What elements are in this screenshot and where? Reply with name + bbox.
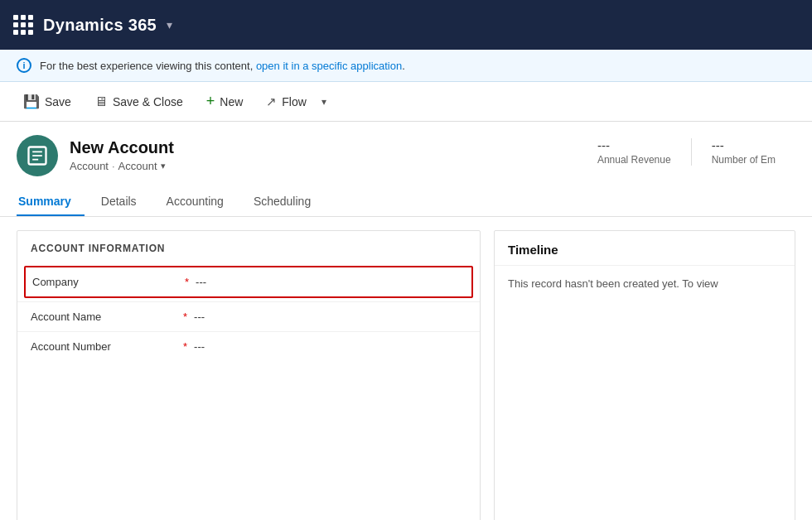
company-field-value: --- [196, 276, 206, 288]
new-button-label: New [220, 95, 243, 108]
flow-icon: ↗ [266, 94, 277, 109]
record-header: New Account Account · Account ▾ --- Annu… [0, 122, 812, 217]
flow-chevron-button[interactable]: ▾ [317, 91, 331, 113]
flow-group: ↗ Flow ▾ [256, 89, 331, 114]
annual-revenue-value: --- [597, 138, 671, 152]
breadcrumb-account2: Account [118, 160, 157, 172]
company-required-marker: * [185, 276, 189, 288]
record-stats: --- Annual Revenue --- Number of Em [578, 135, 795, 166]
info-banner-link[interactable]: open it in a specific application [256, 60, 402, 72]
record-breadcrumb: Account · Account ▾ [70, 160, 174, 172]
save-button-label: Save [45, 95, 71, 108]
topbar-title: Dynamics 365 [43, 16, 157, 35]
timeline-panel: Timeline This record hasn't been created… [494, 230, 795, 520]
tab-scheduling[interactable]: Scheduling [240, 188, 324, 216]
panel-title: ACCOUNT INFORMATION [17, 231, 480, 262]
account-number-required: * [183, 340, 187, 353]
num-employees-value: --- [712, 138, 776, 152]
breadcrumb-chevron-icon: ▾ [161, 161, 166, 171]
save-button[interactable]: 💾 Save [13, 89, 81, 114]
num-employees-label: Number of Em [712, 154, 776, 166]
save-icon: 💾 [23, 94, 40, 109]
avatar [17, 135, 58, 176]
stat-annual-revenue: --- Annual Revenue [578, 138, 691, 166]
info-banner: i For the best experience viewing this c… [0, 50, 812, 82]
app-grid-icon[interactable] [13, 15, 33, 35]
save-close-icon: 🖥 [94, 94, 108, 109]
tabs: Summary Details Accounting Scheduling [17, 188, 795, 216]
new-icon: + [206, 93, 215, 110]
tab-details[interactable]: Details [88, 188, 150, 216]
breadcrumb-separator: · [112, 160, 115, 172]
breadcrumb-account2-dropdown[interactable]: Account ▾ [118, 160, 166, 172]
info-banner-text: For the best experience viewing this con… [40, 60, 405, 72]
toolbar: 💾 Save 🖥 Save & Close + New ↗ Flow ▾ [0, 82, 812, 122]
account-name-required: * [183, 311, 187, 323]
tab-accounting[interactable]: Accounting [153, 188, 237, 216]
flow-button-label: Flow [282, 95, 307, 108]
info-icon: i [17, 58, 31, 73]
account-number-label: Account Number [31, 340, 180, 353]
save-close-label: Save & Close [113, 95, 183, 108]
account-number-field-row[interactable]: Account Number * --- [17, 331, 480, 361]
company-field-label: Company [32, 276, 181, 288]
tab-summary[interactable]: Summary [17, 188, 85, 216]
account-info-panel: ACCOUNT INFORMATION Company * --- Accoun… [17, 230, 481, 520]
record-name: New Account [70, 137, 174, 158]
account-name-label: Account Name [31, 311, 180, 323]
new-button[interactable]: + New [196, 88, 254, 115]
timeline-empty-message: This record hasn't been created yet. To … [495, 266, 795, 302]
save-close-button[interactable]: 🖥 Save & Close [85, 89, 193, 114]
account-name-field-row[interactable]: Account Name * --- [17, 301, 480, 331]
topbar: Dynamics 365 ▾ [0, 0, 812, 50]
timeline-title: Timeline [495, 231, 795, 266]
record-identity: New Account Account · Account ▾ [17, 135, 174, 176]
account-name-value: --- [194, 311, 205, 323]
breadcrumb-account1: Account [70, 160, 109, 172]
topbar-chevron-icon[interactable]: ▾ [167, 18, 172, 31]
annual-revenue-label: Annual Revenue [597, 154, 671, 166]
stat-num-employees: --- Number of Em [691, 138, 795, 166]
flow-button[interactable]: ↗ Flow [256, 89, 317, 114]
main-content: ACCOUNT INFORMATION Company * --- Accoun… [0, 217, 812, 520]
account-number-value: --- [194, 340, 205, 353]
company-field-row[interactable]: Company * --- [24, 266, 473, 298]
